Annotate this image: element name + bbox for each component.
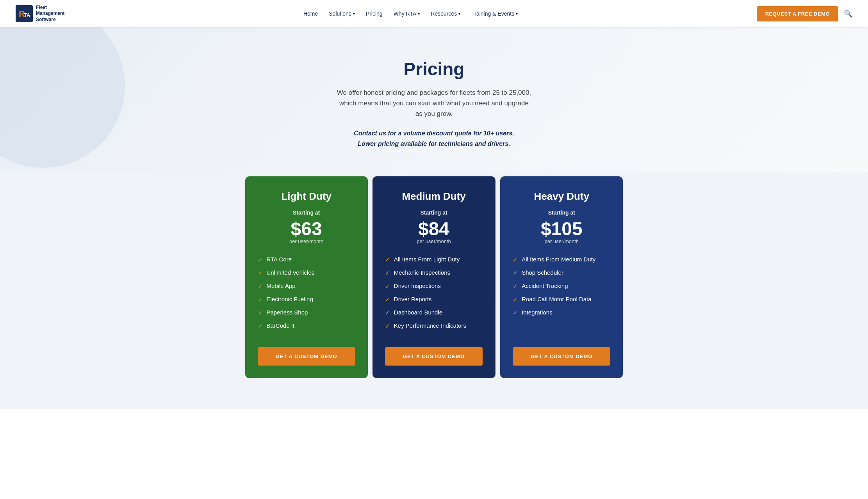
chevron-down-icon: ▾ [418,12,420,16]
list-item: ✓Electronic Fueling [258,295,355,304]
check-icon: ✓ [513,269,518,277]
heavy-duty-starting: Starting at [513,210,610,216]
cards-wrapper: Light Duty Starting at $63 per user/mont… [243,176,626,378]
list-item: ✓Shop Scheduler [513,268,610,277]
list-item: ✓Road Call Motor Pool Data [513,295,610,304]
check-icon: ✓ [258,295,263,304]
check-icon: ✓ [385,256,390,264]
page-title: Pricing [404,59,465,80]
pricing-subtitle: We offer honest pricing and packages for… [337,87,532,119]
light-duty-title: Light Duty [258,190,355,202]
check-icon: ✓ [258,322,263,330]
svg-text:TA: TA [24,12,30,18]
discount-note: Contact us for a volume discount quote f… [354,128,514,149]
pricing-cards-section: Light Duty Starting at $63 per user/mont… [0,172,868,409]
list-item: ✓Integrations [513,308,610,317]
logo-text: FleetManagementSoftware [36,5,64,23]
list-item: ✓Key Performance Indicators [385,321,483,330]
light-duty-starting: Starting at [258,210,355,216]
nav-item-why-rta[interactable]: Why RTA ▾ [394,11,420,17]
list-item: ✓Mechanic Inspections [385,268,483,277]
light-duty-per: per user/month [258,238,355,244]
check-icon: ✓ [258,269,263,277]
check-icon: ✓ [513,295,518,304]
list-item: ✓Accident Tracking [513,282,610,290]
search-icon[interactable]: 🔍 [844,9,852,18]
chevron-down-icon: ▾ [516,12,518,16]
heavy-duty-title: Heavy Duty [513,190,610,202]
list-item: ✓All Items From Light Duty [385,255,483,264]
light-duty-card: Light Duty Starting at $63 per user/mont… [245,176,368,378]
pricing-hero: Pricing We offer honest pricing and pack… [0,27,868,172]
light-duty-features: ✓RTA Core ✓Unlimited Vehicles ✓Mobile Ap… [258,255,355,335]
light-duty-cta-button[interactable]: GET A CUSTOM DEMO [258,347,355,366]
medium-duty-features: ✓All Items From Light Duty ✓Mechanic Ins… [385,255,483,335]
check-icon: ✓ [513,256,518,264]
list-item: ✓Dashboard Bundle [385,308,483,317]
check-icon: ✓ [258,256,263,264]
medium-duty-starting: Starting at [385,210,483,216]
list-item: ✓Driver Reports [385,295,483,304]
heavy-duty-price: $105 [513,220,610,238]
check-icon: ✓ [385,269,390,277]
check-icon: ✓ [258,282,263,290]
list-item: ✓Paperless Shop [258,308,355,317]
check-icon: ✓ [258,309,263,317]
chevron-down-icon: ▾ [353,12,355,16]
check-icon: ✓ [385,282,390,290]
chevron-down-icon: ▾ [458,12,460,16]
check-icon: ✓ [513,309,518,317]
logo-icon: R TA [16,5,33,22]
medium-duty-price: $84 [385,220,483,238]
nav-item-home[interactable]: Home [303,11,318,17]
light-duty-price: $63 [258,220,355,238]
heavy-duty-card: Heavy Duty Starting at $105 per user/mon… [500,176,623,378]
medium-duty-title: Medium Duty [385,190,483,202]
check-icon: ✓ [385,322,390,330]
medium-duty-per: per user/month [385,238,483,244]
nav-links: Home Solutions ▾ Pricing Why RTA ▾ Resou… [303,11,518,17]
nav-item-pricing[interactable]: Pricing [366,11,383,17]
medium-duty-cta-button[interactable]: GET A CUSTOM DEMO [385,347,483,366]
nav-item-solutions[interactable]: Solutions ▾ [329,11,355,17]
request-demo-button[interactable]: REQUEST A FREE DEMO [757,6,838,21]
list-item: ✓Mobile App [258,282,355,290]
list-item: ✓BarCode It [258,321,355,330]
list-item: ✓RTA Core [258,255,355,264]
list-item: ✓Unlimited Vehicles [258,268,355,277]
heavy-duty-per: per user/month [513,238,610,244]
nav-right: REQUEST A FREE DEMO 🔍 [757,6,852,21]
heavy-duty-cta-button[interactable]: GET A CUSTOM DEMO [513,347,610,366]
list-item: ✓Driver Inspections [385,282,483,290]
nav-item-training[interactable]: Training & Events ▾ [471,11,518,17]
nav-item-resources[interactable]: Resources ▾ [431,11,460,17]
main-nav: R TA FleetManagementSoftware Home Soluti… [0,0,868,27]
logo[interactable]: R TA FleetManagementSoftware [16,5,64,23]
check-icon: ✓ [385,295,390,304]
medium-duty-card: Medium Duty Starting at $84 per user/mon… [373,176,495,378]
heavy-duty-features: ✓All Items From Medium Duty ✓Shop Schedu… [513,255,610,335]
check-icon: ✓ [513,282,518,290]
list-item: ✓All Items From Medium Duty [513,255,610,264]
check-icon: ✓ [385,309,390,317]
